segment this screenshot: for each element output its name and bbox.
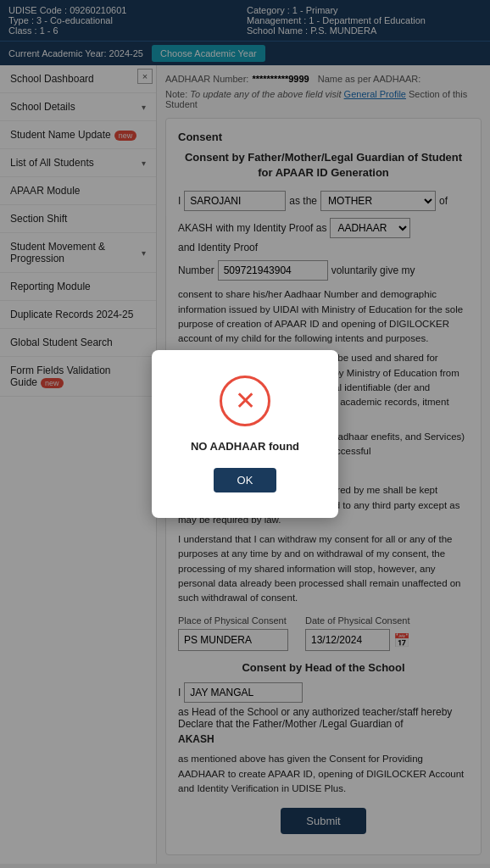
modal-message: NO AADHAAR found [186,440,304,453]
modal-ok-button[interactable]: OK [214,468,277,492]
modal-box: ✕ NO AADHAAR found OK [152,350,338,518]
modal-error-icon-circle: ✕ [220,376,270,426]
modal-overlay: ✕ NO AADHAAR found OK [0,0,490,868]
modal-error-icon: ✕ [235,388,256,414]
